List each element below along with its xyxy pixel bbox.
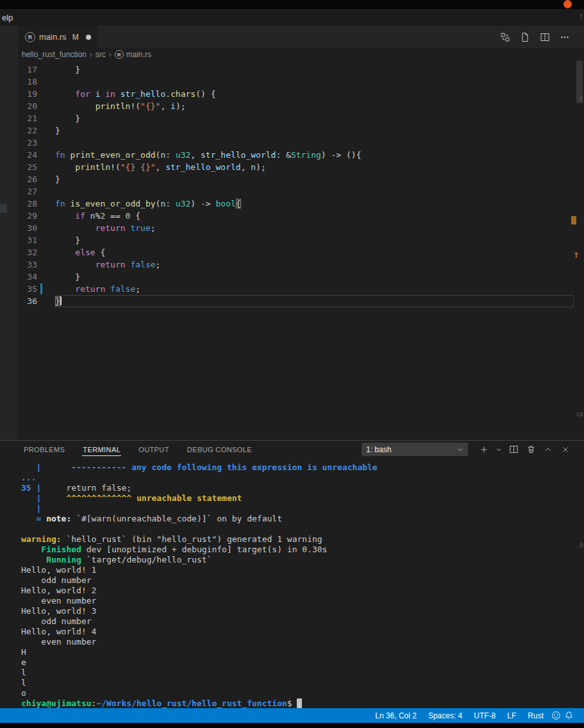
- menu-help-partial[interactable]: elp: [2, 13, 13, 22]
- code-line[interactable]: 19 for i in str_hello.chars() {: [18, 88, 584, 100]
- line-number[interactable]: 36: [18, 295, 37, 307]
- background-window-text: sp: [576, 411, 583, 418]
- status-item[interactable]: Ln 36, Col 2: [369, 711, 422, 720]
- line-number[interactable]: 33: [18, 258, 37, 271]
- terminal-line: [21, 524, 584, 534]
- workbench: R main.rs M: [0, 26, 584, 440]
- status-item[interactable]: UTF-8: [468, 711, 501, 720]
- notifications-bell-icon[interactable]: [562, 709, 575, 722]
- status-item[interactable]: LF: [501, 711, 522, 720]
- feedback-icon[interactable]: [549, 709, 562, 722]
- code-line[interactable]: 21 }: [18, 112, 584, 124]
- tab-main-rs[interactable]: R main.rs M: [18, 26, 98, 48]
- code-line[interactable]: 27: [18, 185, 584, 198]
- chevron-down-icon: [457, 446, 463, 453]
- titlebar: [0, 0, 584, 9]
- editor-actions: [499, 26, 584, 48]
- code-line[interactable]: 23: [18, 137, 584, 149]
- editor-group: R main.rs M: [18, 26, 584, 440]
- maximize-panel-icon[interactable]: [542, 444, 554, 455]
- line-number[interactable]: 24: [18, 149, 37, 161]
- terminal-line: | ^^^^^^^^^^^^^ unreachable statement: [21, 493, 584, 504]
- menubar: elp: [0, 9, 584, 26]
- line-number[interactable]: 25: [18, 161, 37, 173]
- code-line[interactable]: 31 }: [18, 234, 584, 246]
- code-line[interactable]: 30 return true;: [18, 222, 584, 234]
- terminal-line: Running `target/debug/hello_rust`: [21, 555, 584, 565]
- status-item[interactable]: Rust: [522, 711, 549, 720]
- terminal-line: warning: `hello_rust` (bin "hello_rust")…: [21, 534, 584, 545]
- code-line[interactable]: 17 }: [18, 63, 584, 76]
- code-line[interactable]: 28fn is_even_or_odd_by(n: u32) -> bool{: [18, 198, 584, 210]
- line-number[interactable]: 18: [18, 76, 37, 88]
- code-line[interactable]: 24fn print_even_or_odd(n: u32, str_hello…: [18, 149, 584, 161]
- vscode-window: elp R main.rs M: [0, 0, 584, 728]
- code-line[interactable]: 20 println!("{}", i);: [18, 100, 584, 112]
- code-line[interactable]: 22}: [18, 124, 584, 137]
- line-number[interactable]: 23: [18, 137, 37, 149]
- overview-ruler-mark: T: [574, 251, 578, 260]
- new-terminal-icon[interactable]: [478, 444, 490, 455]
- terminal-line: l: [21, 678, 584, 688]
- terminal-line: even number: [21, 596, 584, 606]
- line-number[interactable]: 22: [18, 124, 37, 137]
- line-number[interactable]: 35: [18, 283, 37, 295]
- terminal-picker-chevron-icon[interactable]: [496, 444, 502, 455]
- status-item[interactable]: Spaces: 4: [422, 711, 468, 720]
- line-number[interactable]: 29: [18, 210, 37, 222]
- line-number[interactable]: 28: [18, 198, 37, 210]
- code-line[interactable]: 35 return false;: [18, 283, 584, 295]
- panel-tab-terminal[interactable]: TERMINAL: [82, 443, 121, 456]
- panel-controls: 1: bash: [362, 443, 571, 456]
- line-number[interactable]: 21: [18, 112, 37, 124]
- split-editor-icon[interactable]: [539, 31, 551, 43]
- line-number[interactable]: 26: [18, 173, 37, 185]
- panel-tab-debug-console[interactable]: DEBUG CONSOLE: [187, 443, 253, 456]
- code-line[interactable]: 34 }: [18, 271, 584, 283]
- line-number[interactable]: 27: [18, 185, 37, 198]
- panel-tab-output[interactable]: OUTPUT: [138, 443, 170, 456]
- more-actions-icon[interactable]: [559, 31, 571, 43]
- panel-tab-problems[interactable]: PROBLEMS: [23, 443, 65, 456]
- overview-ruler-mark: [571, 216, 576, 224]
- code-line[interactable]: 26}: [18, 173, 584, 185]
- editor-lines: 17 }1819 for i in str_hello.chars() {20 …: [18, 61, 584, 307]
- rust-file-icon: R: [25, 32, 35, 42]
- code-line[interactable]: 18: [18, 76, 584, 88]
- close-panel-icon[interactable]: [560, 444, 571, 455]
- window-close-button[interactable]: [563, 0, 572, 8]
- terminal-shell-select[interactable]: 1: bash: [362, 443, 468, 456]
- breadcrumb-item[interactable]: src: [96, 50, 106, 59]
- code-line[interactable]: 33 return false;: [18, 258, 584, 271]
- terminal-line: 35 | return false;: [21, 483, 584, 493]
- terminal-line: = note: `#[warn(unreachable_code)]` on b…: [21, 514, 584, 524]
- dirty-indicator[interactable]: [86, 35, 91, 40]
- open-changes-icon[interactable]: [499, 31, 511, 43]
- breadcrumb-item[interactable]: main.rs: [126, 50, 151, 59]
- terminal-line: l: [21, 668, 584, 678]
- code-line[interactable]: 25 println!("{} {}", str_hello_world, n)…: [18, 161, 584, 173]
- kill-terminal-icon[interactable]: [525, 444, 537, 455]
- breadcrumb-item[interactable]: hello_rust_function: [22, 50, 87, 59]
- split-terminal-icon[interactable]: [508, 444, 519, 455]
- line-number[interactable]: 19: [18, 88, 37, 100]
- terminal-line: odd number: [21, 575, 584, 586]
- sidebar-strip: [0, 26, 18, 440]
- terminal-line: | ----------- any code following this ex…: [21, 462, 584, 473]
- line-number[interactable]: 34: [18, 271, 37, 283]
- code-line[interactable]: 36}: [18, 295, 584, 307]
- terminal-line: Finished dev [unoptimized + debuginfo] t…: [21, 545, 584, 555]
- sidebar-strip-highlight: [0, 204, 7, 213]
- code-line[interactable]: 29 if n%2 == 0 {: [18, 210, 584, 222]
- terminal-output[interactable]: | ----------- any code following this ex…: [0, 458, 584, 709]
- line-number[interactable]: 32: [18, 246, 37, 258]
- desktop-strip: [0, 723, 584, 728]
- code-line[interactable]: 32 else {: [18, 246, 584, 258]
- open-file-icon[interactable]: [519, 31, 531, 43]
- line-number[interactable]: 20: [18, 100, 37, 112]
- line-number[interactable]: 17: [18, 63, 37, 76]
- code-editor[interactable]: 17 }1819 for i in str_hello.chars() {20 …: [18, 61, 584, 440]
- background-window-text: .0: [576, 542, 583, 549]
- line-number[interactable]: 30: [18, 222, 37, 234]
- line-number[interactable]: 31: [18, 234, 37, 246]
